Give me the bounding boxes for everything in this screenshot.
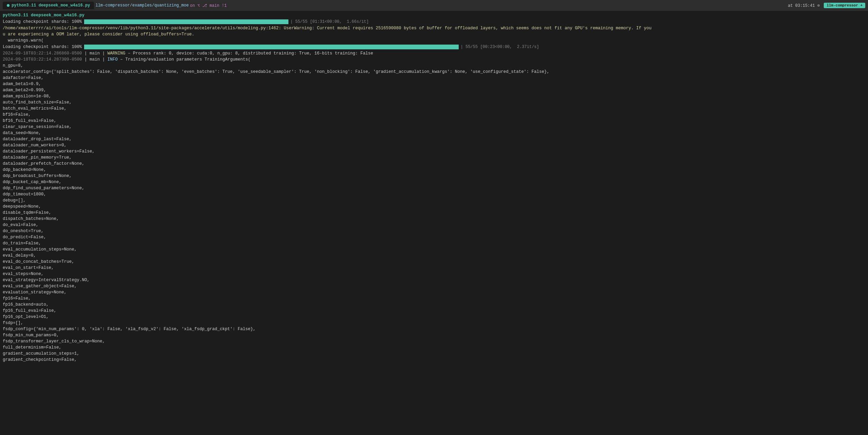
param-dl-num-workers: dataloader_num_workers=0,	[0, 142, 868, 148]
param-ddp-bucket: ddp_bucket_cap_mb=None,	[0, 179, 868, 185]
tab-bar: python3.11 deepseek_moe_w4a16.py llm-com…	[0, 0, 868, 11]
param-dl-persistent: dataloader_persistent_workers=False,	[0, 148, 868, 155]
param-fp16-opt: fp16_opt_level=O1,	[0, 314, 868, 320]
param-dl-prefetch: dataloader_prefetch_factor=None,	[0, 161, 868, 167]
param-accel-text: accelerator_config={'split_batches': Fal…	[3, 69, 865, 75]
param-eval-accum: eval_accumulation_steps=None,	[0, 246, 868, 253]
param-adafactor-text: adafactor=False,	[3, 75, 865, 81]
param-ngpu-text: n_gpu=8,	[3, 63, 865, 69]
param-eval-on-start: eval_on_start=False,	[0, 265, 868, 271]
param-clear-sparse: clear_sparse_session=False,	[0, 124, 868, 130]
param-full-determinism: full_determinism=False,	[0, 344, 868, 351]
param-fsdp-min: fsdp_min_num_params=0,	[0, 332, 868, 338]
progress-line-2: Loading checkpoint shards: 100% | 55/55 …	[0, 44, 868, 50]
tab-right: at 03:15:41 ⊙ llm-compressor +	[788, 3, 865, 8]
progress-info-2: | 55/55 [00:23<00:00, 2.37it/s]	[461, 45, 539, 49]
param-accel: accelerator_config={'split_batches': Fal…	[0, 69, 868, 75]
param-do-oneshot: do_oneshot=True,	[0, 228, 868, 234]
tab-path: llm-compressor/examples/quantizing_moe	[95, 3, 189, 8]
param-deepspeed: deepspeed=None,	[0, 204, 868, 210]
param-eval-gather: eval_use_gather_object=False,	[0, 283, 868, 289]
param-dl-drop-last: dataloader_drop_last=False,	[0, 136, 868, 142]
param-bf16: bf16=False,	[0, 112, 868, 118]
param-ngpu: n_gpu=8,	[0, 63, 868, 69]
warnings-warn-line: warnings.warn(	[0, 37, 868, 44]
param-do-eval: do_eval=False,	[0, 222, 868, 228]
warning-text-2: u are experiencing a OOM later, please c…	[3, 31, 865, 37]
progress-line-1: Loading checkpoint shards: 100% | 55/55 …	[0, 18, 868, 25]
terminal-window: python3.11 deepseek_moe_w4a16.py llm-com…	[0, 0, 868, 435]
param-adam-beta1: adam_beta1=0.9,	[0, 81, 868, 87]
param-evaluation-strategy: evaluation_strategy=None,	[0, 289, 868, 295]
param-adafactor: adafactor=False,	[0, 75, 868, 81]
param-fsdp: fsdp=[],	[0, 320, 868, 326]
param-eval-delay: eval_delay=0,	[0, 253, 868, 259]
log-warning-text: 2024-09-18T03:22:14.286860-0500 | main |…	[3, 50, 865, 57]
tab-branch: on ⌥ ⎇ main !1	[190, 3, 227, 8]
cmd-line: python3.11 deepseek_moe_w4a16.py	[0, 12, 868, 18]
warning-text-1: /home/xmasterrrr/ai/tools/llm-compressor…	[3, 25, 865, 31]
warning-line-2: u are experiencing a OOM later, please c…	[0, 31, 868, 37]
tab-time: at 03:15:41 ⊙	[788, 3, 820, 8]
progress-label-1: Loading checkpoint shards: 100%	[3, 19, 82, 24]
param-dispatch-batches: dispatch_batches=None,	[0, 216, 868, 222]
param-do-predict: do_predict=False,	[0, 234, 868, 240]
param-grad-accum: gradient_accumulation_steps=1,	[0, 351, 868, 357]
param-ddp-timeout: ddp_timeout=1800,	[0, 191, 868, 197]
log-info-line: 2024-09-18T03:22:14.287309-0500 | main |…	[0, 57, 868, 63]
warnings-warn-text: warnings.warn(	[3, 37, 865, 44]
terminal-body[interactable]: python3.11 deepseek_moe_w4a16.py Loading…	[0, 11, 868, 435]
param-ddp-find-unused: ddp_find_unused_parameters=None,	[0, 185, 868, 191]
active-tab[interactable]: python3.11 deepseek_moe_w4a16.py	[3, 2, 94, 9]
param-batch-eval: batch_eval_metrics=False,	[0, 106, 868, 112]
param-debug: debug=[],	[0, 197, 868, 204]
progress-info-1: | 55/55 [01:31<00:00, 1.66s/it]	[290, 19, 369, 24]
log-warning-line: 2024-09-18T03:22:14.286860-0500 | main |…	[0, 50, 868, 57]
progress-bar-2	[84, 45, 459, 49]
warning-line-1: /home/xmasterrrr/ai/tools/llm-compressor…	[0, 25, 868, 31]
progress-bar-1	[84, 19, 288, 24]
param-grad-checkpoint: gradient_checkpointing=False,	[0, 357, 868, 363]
param-fp16: fp16=False,	[0, 295, 868, 302]
repo-badge: llm-compressor +	[824, 3, 865, 8]
param-do-train: do_train=False,	[0, 240, 868, 246]
param-data-seed: data_seed=None,	[0, 130, 868, 136]
param-bf16-full: bf16_full_eval=False,	[0, 118, 868, 124]
param-fp16-backend: fp16_backend=auto,	[0, 302, 868, 308]
param-eval-concat: eval_do_concat_batches=True,	[0, 259, 868, 265]
param-fsdp-config: fsdp_config={'min_num_params': 0, 'xla':…	[0, 326, 868, 332]
tab-script: python3.11 deepseek_moe_w4a16.py	[12, 3, 90, 8]
param-dl-pin-memory: dataloader_pin_memory=True,	[0, 155, 868, 161]
param-eval-steps: eval_steps=None,	[0, 271, 868, 277]
param-adam-beta2: adam_beta2=0.999,	[0, 87, 868, 93]
tab-dot	[7, 4, 10, 7]
param-ddp-backend: ddp_backend=None,	[0, 167, 868, 173]
param-fp16-full-eval: fp16_full_eval=False,	[0, 308, 868, 314]
progress-label-2: Loading checkpoint shards: 100%	[3, 45, 82, 49]
cmd-text: python3.11 deepseek_moe_w4a16.py	[3, 12, 865, 18]
param-ddp-broadcast: ddp_broadcast_buffers=None,	[0, 173, 868, 179]
param-adam-epsilon: adam_epsilon=1e-08,	[0, 93, 868, 99]
param-fsdp-transformer: fsdp_transformer_layer_cls_to_wrap=None,	[0, 338, 868, 344]
param-eval-strategy: eval_strategy=IntervalStrategy.NO,	[0, 277, 868, 283]
param-disable-tqdm: disable_tqdm=False,	[0, 210, 868, 216]
log-info-text: 2024-09-18T03:22:14.287309-0500 | main |…	[3, 57, 865, 63]
param-auto-find-batch: auto_find_batch_size=False,	[0, 99, 868, 106]
